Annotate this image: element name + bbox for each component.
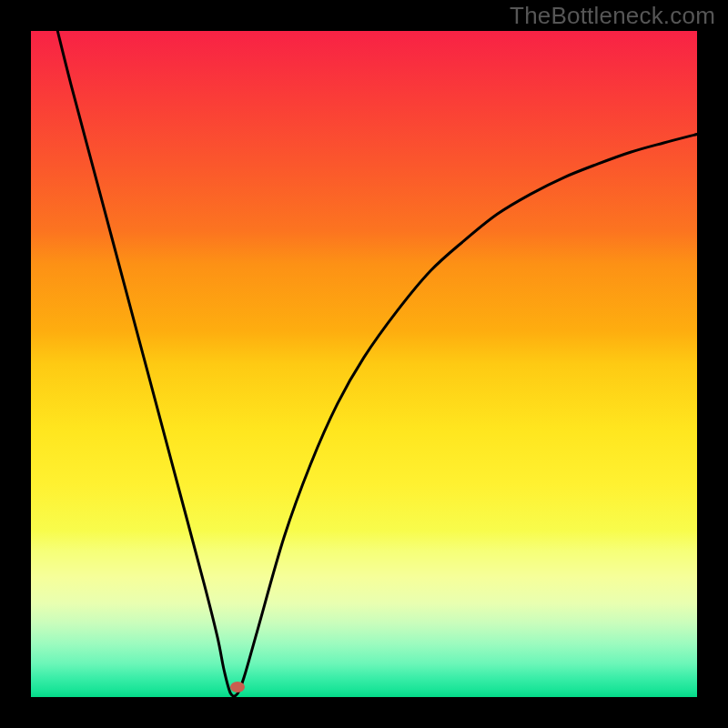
bottleneck-curve (31, 31, 697, 697)
chart-container: TheBottleneck.com (0, 0, 728, 728)
sweet-spot-marker (230, 682, 245, 693)
plot-area (31, 31, 697, 697)
watermark-text: TheBottleneck.com (510, 2, 715, 30)
